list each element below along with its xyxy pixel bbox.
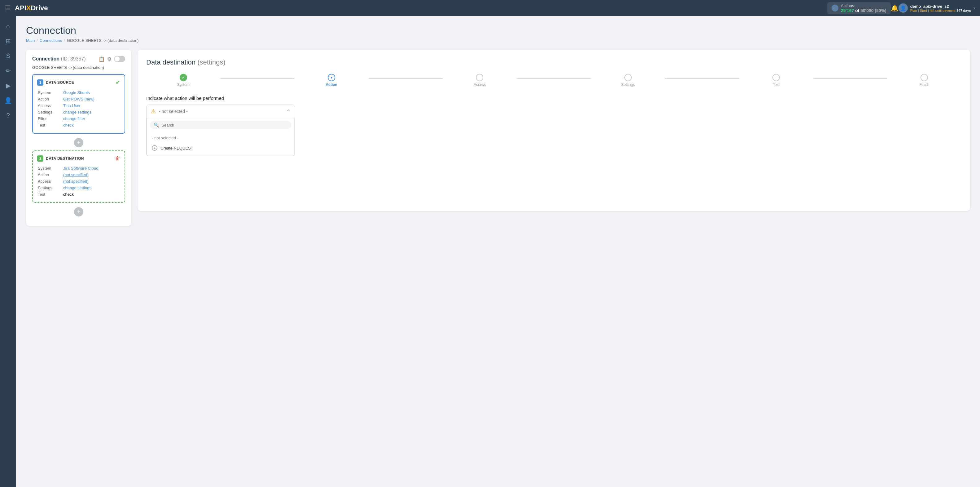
main-content: Connection Main / Connections / GOOGLE S… (16, 16, 980, 487)
user-plan: Plan | Start | left until payment 347 da… (910, 9, 971, 13)
sidebar-item-play[interactable]: ▶ (1, 79, 15, 93)
connection-title: Connection (ID: 39367) (32, 56, 96, 62)
dest-settings-key: Settings (38, 185, 63, 191)
breadcrumb-current: GOOGLE SHEETS -> (data destination) (67, 38, 139, 43)
hamburger-icon[interactable]: ☰ (5, 4, 11, 12)
step-system: ✔ System (146, 74, 220, 87)
step-label-finish: Finish (919, 83, 929, 87)
sidebar-item-edit[interactable]: ✏ (1, 64, 15, 78)
chevron-right-icon[interactable]: › (974, 5, 975, 11)
step-line-1 (220, 78, 294, 79)
warning-icon: ⚠ (151, 108, 156, 115)
source-filter-val[interactable]: change filter (63, 116, 119, 121)
step-line-5 (813, 78, 887, 79)
add-bottom-button[interactable]: + (74, 207, 83, 217)
toggle-switch[interactable] (114, 56, 125, 62)
dropdown-open: 🔍 - not selected - ▶ Create REQUEST (146, 118, 295, 156)
step-label-action: Action (326, 83, 337, 87)
actions-of: of (855, 8, 859, 13)
dropdown-selected[interactable]: ⚠ - not selected - ⌃ (146, 105, 295, 118)
dest-access-val[interactable]: (not specified) (63, 178, 119, 184)
actions-used: 25'167 (841, 8, 854, 13)
data-source-header: 1 DATA SOURCE ✔ (37, 79, 120, 86)
table-row: Settingschange settings (38, 185, 119, 191)
breadcrumb-sep1: / (37, 38, 38, 43)
table-row: Filterchange filter (38, 116, 119, 121)
step-label-system: System (177, 83, 189, 87)
delete-icon[interactable]: 🗑 (115, 156, 120, 161)
connection-subtitle: GOOGLE SHEETS -> (data destination) (32, 65, 125, 70)
source-action-val[interactable]: Get ROWS (new) (63, 96, 119, 102)
search-row: 🔍 (147, 118, 294, 132)
step-label-access: Access (474, 83, 486, 87)
bell-icon[interactable]: 🔔 (891, 4, 899, 12)
step-line-3 (517, 78, 591, 79)
sidebar-item-user[interactable]: 👤 (1, 94, 15, 107)
data-destination-box: 2 DATA DESTINATION 🗑 SystemJira Software… (32, 150, 125, 203)
actions-info: Actions: 25'167 of 50'000 (50%) (841, 3, 886, 13)
logo-api: API (15, 4, 26, 12)
sidebar-item-billing[interactable]: $ (1, 49, 15, 63)
dropdown-item-create-request[interactable]: ▶ Create REQUEST (147, 143, 294, 153)
left-panel: Connection (ID: 39367) 📋 ⚙ GOOGLE SHEETS… (26, 49, 131, 226)
dest-settings-val[interactable]: change settings (63, 185, 119, 191)
breadcrumb-main[interactable]: Main (26, 38, 35, 43)
dest-test-key: Test (38, 192, 63, 197)
add-between-button[interactable]: + (74, 138, 83, 147)
source-settings-val[interactable]: change settings (63, 109, 119, 115)
sidebar-item-home[interactable]: ⌂ (1, 19, 15, 33)
dest-action-val[interactable]: (not specified) (63, 172, 119, 178)
table-row: SystemJira Software Cloud (38, 165, 119, 171)
action-dropdown[interactable]: ⚠ - not selected - ⌃ 🔍 - not selected - (146, 105, 295, 156)
source-action-key: Action (38, 96, 63, 102)
page-title: Connection (26, 25, 970, 36)
table-row: Settingschange settings (38, 109, 119, 115)
source-test-val[interactable]: check (63, 122, 119, 128)
table-row: Action(not specified) (38, 172, 119, 178)
info-icon: i (832, 5, 838, 11)
settings-icon[interactable]: ⚙ (107, 56, 111, 62)
steps-bar: ✔ System ● Action Access Settings (146, 74, 961, 87)
copy-icon[interactable]: 📋 (99, 56, 105, 62)
search-icon: 🔍 (154, 123, 159, 128)
play-icon: ▶ (152, 145, 158, 151)
source-access-val[interactable]: Tina User (63, 103, 119, 109)
dest-system-key: System (38, 165, 63, 171)
source-filter-key: Filter (38, 116, 63, 121)
actions-total: 50'000 (861, 8, 873, 13)
source-system-val[interactable]: Google Sheets (63, 89, 119, 96)
step-settings: Settings (591, 74, 665, 87)
dropdown-item-empty[interactable]: - not selected - (147, 133, 294, 143)
dropdown-chevron-icon: ⌃ (286, 109, 290, 115)
step-access: Access (443, 74, 517, 87)
sidebar-item-help[interactable]: ? (1, 109, 15, 122)
table-row: Testcheck (38, 122, 119, 128)
data-source-box: 1 DATA SOURCE ✔ SystemGoogle Sheets Acti… (32, 74, 125, 134)
sidebar: ⌂ ⊞ $ ✏ ▶ 👤 ? (0, 16, 16, 487)
table-row: Access(not specified) (38, 178, 119, 184)
dest-num: 2 (37, 155, 43, 161)
source-num: 1 (37, 80, 43, 86)
source-system-key: System (38, 89, 63, 96)
dest-header: 2 DATA DESTINATION 🗑 (37, 155, 120, 161)
table-row: AccessTina User (38, 103, 119, 109)
selected-value: - not selected - (159, 109, 286, 114)
search-input[interactable] (161, 123, 288, 128)
step-circle-system: ✔ (180, 74, 187, 81)
table-row: ActionGet ROWS (new) (38, 96, 119, 102)
step-circle-access (476, 74, 483, 81)
table-row: Testcheck (38, 192, 119, 197)
dest-table: SystemJira Software Cloud Action(not spe… (37, 165, 120, 198)
step-action: ● Action (294, 74, 368, 87)
breadcrumb: Main / Connections / GOOGLE SHEETS -> (d… (26, 38, 970, 43)
breadcrumb-connections[interactable]: Connections (40, 38, 62, 43)
dest-system-val[interactable]: Jira Software Cloud (63, 165, 119, 171)
source-table: SystemGoogle Sheets ActionGet ROWS (new)… (37, 89, 120, 129)
actions-label: Actions: (841, 3, 886, 8)
dest-access-key: Access (38, 178, 63, 184)
source-test-key: Test (38, 122, 63, 128)
step-circle-settings (624, 74, 632, 81)
logo-drive: Drive (31, 4, 48, 12)
actions-badge: i Actions: 25'167 of 50'000 (50%) (827, 2, 891, 14)
sidebar-item-grid[interactable]: ⊞ (1, 34, 15, 48)
